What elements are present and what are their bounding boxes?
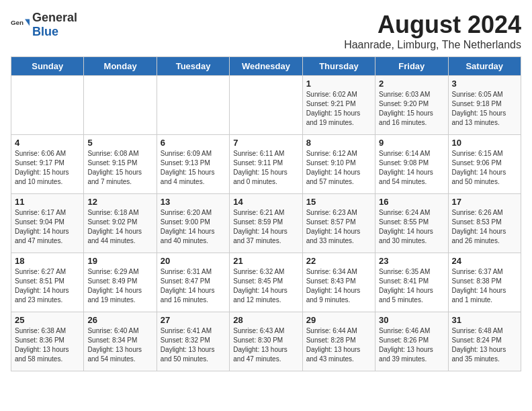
day-number: 15	[306, 197, 371, 207]
day-number: 9	[379, 138, 444, 148]
day-info: Sunrise: 6:48 AM Sunset: 8:24 PM Dayligh…	[452, 326, 517, 364]
header-wednesday: Wednesday	[230, 57, 302, 76]
header-monday: Monday	[84, 57, 157, 76]
day-number: 8	[306, 138, 371, 148]
day-number: 19	[87, 256, 152, 266]
day-number: 11	[15, 197, 80, 207]
calendar-cell: 20Sunrise: 6:31 AM Sunset: 8:47 PM Dayli…	[157, 253, 229, 312]
calendar-cell: 27Sunrise: 6:41 AM Sunset: 8:32 PM Dayli…	[157, 312, 229, 371]
day-info: Sunrise: 6:17 AM Sunset: 9:04 PM Dayligh…	[15, 208, 80, 246]
subtitle: Haanrade, Limburg, The Netherlands	[344, 39, 521, 51]
week-row-1: 1Sunrise: 6:02 AM Sunset: 9:21 PM Daylig…	[11, 76, 521, 135]
calendar-cell: 13Sunrise: 6:20 AM Sunset: 9:00 PM Dayli…	[157, 194, 229, 253]
day-number: 1	[306, 79, 371, 89]
day-number: 26	[87, 315, 152, 325]
day-number: 28	[233, 315, 298, 325]
day-info: Sunrise: 6:21 AM Sunset: 8:59 PM Dayligh…	[233, 208, 298, 246]
title-area: August 2024 Haanrade, Limburg, The Nethe…	[344, 11, 521, 51]
day-info: Sunrise: 6:12 AM Sunset: 9:10 PM Dayligh…	[306, 149, 371, 187]
day-info: Sunrise: 6:11 AM Sunset: 9:11 PM Dayligh…	[233, 149, 298, 187]
calendar-cell: 3Sunrise: 6:05 AM Sunset: 9:18 PM Daylig…	[448, 76, 521, 135]
calendar-cell: 26Sunrise: 6:40 AM Sunset: 8:34 PM Dayli…	[84, 312, 157, 371]
header-sunday: Sunday	[11, 57, 84, 76]
day-number: 12	[87, 197, 152, 207]
week-row-5: 25Sunrise: 6:38 AM Sunset: 8:36 PM Dayli…	[11, 312, 521, 371]
day-number: 5	[87, 138, 152, 148]
week-row-3: 11Sunrise: 6:17 AM Sunset: 9:04 PM Dayli…	[11, 194, 521, 253]
day-info: Sunrise: 6:15 AM Sunset: 9:06 PM Dayligh…	[452, 149, 517, 187]
day-number: 18	[15, 256, 80, 266]
day-info: Sunrise: 6:20 AM Sunset: 9:00 PM Dayligh…	[161, 208, 226, 246]
day-number: 10	[452, 138, 517, 148]
day-info: Sunrise: 6:31 AM Sunset: 8:47 PM Dayligh…	[161, 267, 226, 305]
day-info: Sunrise: 6:46 AM Sunset: 8:26 PM Dayligh…	[379, 326, 444, 364]
day-info: Sunrise: 6:03 AM Sunset: 9:20 PM Dayligh…	[379, 90, 444, 128]
day-number: 29	[306, 315, 371, 325]
day-info: Sunrise: 6:43 AM Sunset: 8:30 PM Dayligh…	[233, 326, 298, 364]
header-row: SundayMondayTuesdayWednesdayThursdayFrid…	[11, 57, 521, 76]
calendar-cell: 11Sunrise: 6:17 AM Sunset: 9:04 PM Dayli…	[11, 194, 84, 253]
day-info: Sunrise: 6:06 AM Sunset: 9:17 PM Dayligh…	[15, 149, 80, 187]
calendar-cell: 6Sunrise: 6:09 AM Sunset: 9:13 PM Daylig…	[157, 135, 229, 194]
calendar-cell: 16Sunrise: 6:24 AM Sunset: 8:55 PM Dayli…	[375, 194, 448, 253]
calendar-cell: 25Sunrise: 6:38 AM Sunset: 8:36 PM Dayli…	[11, 312, 84, 371]
day-number: 17	[452, 197, 517, 207]
day-number: 20	[161, 256, 226, 266]
calendar-cell: 28Sunrise: 6:43 AM Sunset: 8:30 PM Dayli…	[230, 312, 302, 371]
day-number: 21	[233, 256, 298, 266]
day-number: 30	[379, 315, 444, 325]
day-number: 24	[452, 256, 517, 266]
day-info: Sunrise: 6:34 AM Sunset: 8:43 PM Dayligh…	[306, 267, 371, 305]
calendar-cell	[157, 76, 229, 135]
day-info: Sunrise: 6:40 AM Sunset: 8:34 PM Dayligh…	[87, 326, 152, 364]
day-number: 4	[15, 138, 80, 148]
day-number: 13	[161, 197, 226, 207]
logo-general: General	[32, 11, 77, 24]
day-info: Sunrise: 6:05 AM Sunset: 9:18 PM Dayligh…	[452, 90, 517, 128]
day-info: Sunrise: 6:32 AM Sunset: 8:45 PM Dayligh…	[233, 267, 298, 305]
calendar-cell: 1Sunrise: 6:02 AM Sunset: 9:21 PM Daylig…	[302, 76, 375, 135]
day-number: 16	[379, 197, 444, 207]
day-info: Sunrise: 6:14 AM Sunset: 9:08 PM Dayligh…	[379, 149, 444, 187]
day-info: Sunrise: 6:26 AM Sunset: 8:53 PM Dayligh…	[452, 208, 517, 246]
header-tuesday: Tuesday	[157, 57, 229, 76]
day-number: 25	[15, 315, 80, 325]
calendar-cell: 24Sunrise: 6:37 AM Sunset: 8:38 PM Dayli…	[448, 253, 521, 312]
calendar-cell: 22Sunrise: 6:34 AM Sunset: 8:43 PM Dayli…	[302, 253, 375, 312]
calendar-cell	[84, 76, 157, 135]
day-number: 27	[161, 315, 226, 325]
calendar-cell: 18Sunrise: 6:27 AM Sunset: 8:51 PM Dayli…	[11, 253, 84, 312]
calendar-cell: 30Sunrise: 6:46 AM Sunset: 8:26 PM Dayli…	[375, 312, 448, 371]
day-info: Sunrise: 6:41 AM Sunset: 8:32 PM Dayligh…	[161, 326, 226, 364]
main-title: August 2024	[344, 11, 521, 39]
week-row-4: 18Sunrise: 6:27 AM Sunset: 8:51 PM Dayli…	[11, 253, 521, 312]
logo-icon: Gen	[11, 15, 30, 34]
calendar-cell	[11, 76, 84, 135]
day-info: Sunrise: 6:44 AM Sunset: 8:28 PM Dayligh…	[306, 326, 371, 364]
header: Gen General Blue August 2024 Haanrade, L…	[11, 11, 521, 51]
calendar-cell: 4Sunrise: 6:06 AM Sunset: 9:17 PM Daylig…	[11, 135, 84, 194]
calendar-cell: 5Sunrise: 6:08 AM Sunset: 9:15 PM Daylig…	[84, 135, 157, 194]
calendar-cell: 21Sunrise: 6:32 AM Sunset: 8:45 PM Dayli…	[230, 253, 302, 312]
day-info: Sunrise: 6:08 AM Sunset: 9:15 PM Dayligh…	[87, 149, 152, 187]
day-info: Sunrise: 6:27 AM Sunset: 8:51 PM Dayligh…	[15, 267, 80, 305]
week-row-2: 4Sunrise: 6:06 AM Sunset: 9:17 PM Daylig…	[11, 135, 521, 194]
calendar-table: SundayMondayTuesdayWednesdayThursdayFrid…	[11, 56, 521, 371]
svg-text:Gen: Gen	[11, 19, 24, 26]
header-thursday: Thursday	[302, 57, 375, 76]
calendar-cell: 17Sunrise: 6:26 AM Sunset: 8:53 PM Dayli…	[448, 194, 521, 253]
calendar-cell: 19Sunrise: 6:29 AM Sunset: 8:49 PM Dayli…	[84, 253, 157, 312]
calendar-cell: 2Sunrise: 6:03 AM Sunset: 9:20 PM Daylig…	[375, 76, 448, 135]
calendar-cell: 10Sunrise: 6:15 AM Sunset: 9:06 PM Dayli…	[448, 135, 521, 194]
day-number: 6	[161, 138, 226, 148]
day-number: 7	[233, 138, 298, 148]
day-number: 23	[379, 256, 444, 266]
header-saturday: Saturday	[448, 57, 521, 76]
day-info: Sunrise: 6:09 AM Sunset: 9:13 PM Dayligh…	[161, 149, 226, 187]
calendar-cell: 31Sunrise: 6:48 AM Sunset: 8:24 PM Dayli…	[448, 312, 521, 371]
svg-marker-1	[25, 19, 30, 26]
logo-blue: Blue	[32, 25, 58, 38]
calendar-cell: 8Sunrise: 6:12 AM Sunset: 9:10 PM Daylig…	[302, 135, 375, 194]
day-info: Sunrise: 6:18 AM Sunset: 9:02 PM Dayligh…	[87, 208, 152, 246]
day-info: Sunrise: 6:02 AM Sunset: 9:21 PM Dayligh…	[306, 90, 371, 128]
